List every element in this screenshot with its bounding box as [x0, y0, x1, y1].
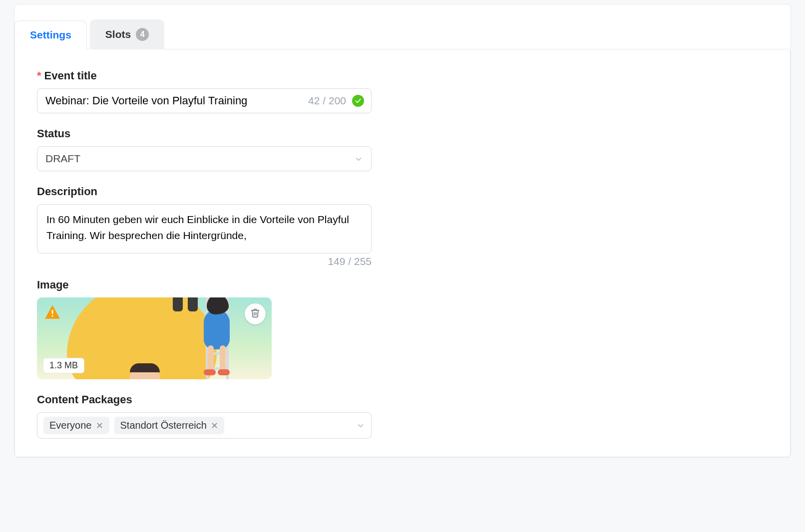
content-packages-label: Content Packages [37, 393, 372, 406]
close-icon: ✕ [96, 421, 103, 431]
tag-remove-button[interactable]: ✕ [96, 420, 103, 431]
field-image: Image [37, 278, 372, 379]
content-packages-select[interactable]: Everyone ✕ Standort Österreich ✕ [37, 412, 372, 439]
illustration-stripe [173, 297, 183, 311]
field-event-title: * Event title 42 / 200 [37, 69, 372, 113]
description-textarea-box [37, 204, 372, 254]
field-content-packages: Content Packages Everyone ✕ Standort Öst… [37, 393, 372, 439]
chevron-down-icon [354, 154, 363, 163]
tab-slots-count-badge: 4 [136, 28, 149, 41]
close-icon: ✕ [211, 421, 218, 431]
image-size-badge: 1.3 MB [43, 358, 84, 373]
tab-slots[interactable]: Slots 4 [90, 19, 164, 49]
trash-icon [250, 308, 260, 320]
field-status: Status DRAFT [37, 127, 372, 171]
illustration-person [193, 297, 238, 370]
image-preview: 1.3 MB [37, 297, 272, 379]
delete-image-button[interactable] [245, 303, 266, 324]
tag-label: Standort Österreich [120, 420, 207, 431]
event-title-label: * Event title [37, 69, 372, 82]
description-textarea[interactable] [45, 211, 363, 245]
check-circle-icon [352, 95, 364, 107]
field-description: Description 149 / 255 [37, 185, 372, 267]
required-mark: * [37, 69, 41, 82]
status-label: Status [37, 127, 372, 140]
event-title-counter: 42 / 200 [308, 95, 346, 107]
event-title-label-text: Event title [44, 69, 97, 82]
tag-chip: Everyone ✕ [43, 417, 109, 434]
svg-rect-1 [52, 315, 53, 317]
status-select[interactable]: DRAFT [37, 146, 372, 171]
tag-label: Everyone [49, 420, 92, 431]
warning-icon [44, 304, 61, 319]
status-value: DRAFT [45, 153, 80, 165]
tag-chip: Standort Österreich ✕ [114, 417, 224, 434]
tab-settings[interactable]: Settings [14, 20, 87, 49]
description-counter: 149 / 255 [328, 256, 372, 267]
illustration-peek-hair [130, 363, 160, 372]
description-label: Description [37, 185, 372, 198]
svg-rect-0 [52, 310, 53, 314]
image-label: Image [37, 278, 372, 291]
settings-panel: * Event title 42 / 200 Status DRAFT [14, 49, 791, 457]
tag-remove-button[interactable]: ✕ [211, 420, 218, 431]
event-title-input-box: 42 / 200 [37, 88, 372, 113]
event-title-input[interactable] [44, 94, 302, 108]
tab-settings-label: Settings [30, 29, 71, 41]
chevron-down-icon [356, 421, 365, 430]
tab-slots-label: Slots [105, 28, 131, 40]
tab-bar: Settings Slots 4 [14, 4, 791, 49]
